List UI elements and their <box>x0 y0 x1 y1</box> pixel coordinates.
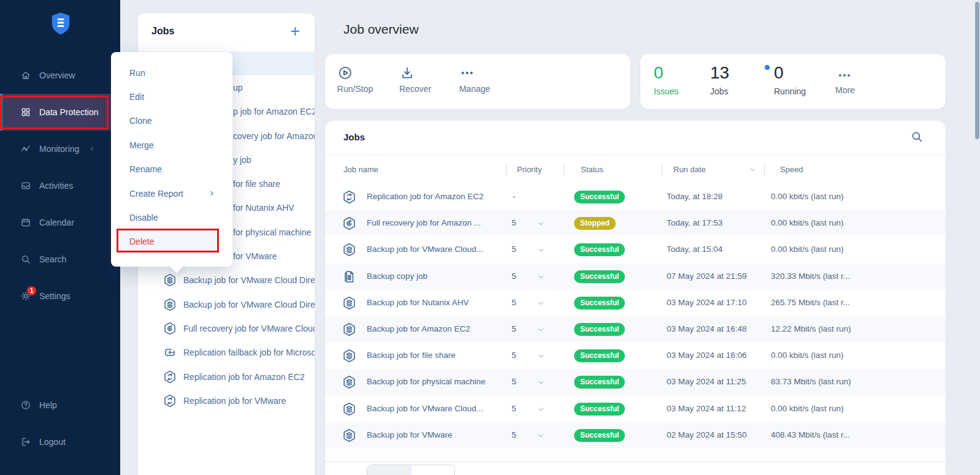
sidebar-item-label: Settings <box>39 291 71 301</box>
gear-icon: 1 <box>20 291 31 302</box>
context-menu-item[interactable]: Create Report <box>111 181 232 205</box>
speed-value: 0.00 kbit/s (last run) <box>771 404 844 413</box>
job-name: Backup job for Amazon EC2 <box>367 324 470 333</box>
job-list-item-label: Backup job for VMware Cloud Direc <box>183 300 315 310</box>
sidebar-item[interactable]: Activities <box>0 167 120 204</box>
context-menu-item[interactable]: Clone <box>111 109 232 133</box>
chevron-right-icon <box>207 189 216 198</box>
job-list-item[interactable]: Replication job for Amazon EC2 <box>138 365 315 389</box>
run-date: 03 May 2024 at 11:12 <box>667 404 746 413</box>
status-badge: Successful <box>574 323 625 336</box>
job-list-item[interactable]: Backup job for VMware Cloud Direc <box>138 268 315 292</box>
table-row[interactable]: Replication job for Amazon EC2 - Success… <box>325 184 946 210</box>
priority-chevron-down-icon[interactable] <box>536 405 546 414</box>
stat-jobs[interactable]: 13 Jobs <box>710 64 729 96</box>
sidebar-item[interactable]: 1 Settings <box>0 278 120 314</box>
run-stop-button[interactable]: Run/Stop <box>337 65 373 94</box>
sidebar-item-label: Monitoring <box>39 144 79 154</box>
priority-chevron-down-icon[interactable] <box>536 325 546 335</box>
col-speed[interactable]: Speed <box>780 165 803 174</box>
recovery-icon <box>342 216 357 231</box>
sidebar-item[interactable]: Logout <box>0 424 120 460</box>
issues-count: 0 <box>654 64 678 83</box>
context-menu-item[interactable]: Merge <box>111 133 232 157</box>
sort-chevron-down-icon[interactable] <box>748 165 757 174</box>
table-row[interactable]: Backup job for VMware 5 Successful 02 Ma… <box>325 422 946 449</box>
sidebar-item[interactable]: Data Protection <box>0 94 120 131</box>
help-icon <box>20 400 31 411</box>
col-status[interactable]: Status <box>581 165 603 174</box>
job-list-item-label: y job <box>233 155 251 165</box>
pagination-control[interactable] <box>367 465 455 475</box>
priority-chevron-down-icon[interactable] <box>536 219 546 229</box>
job-list-item-label: for VMware <box>233 251 277 261</box>
jobs-table-header: Jobs <box>325 121 946 154</box>
status-badge: Successful <box>574 270 625 283</box>
backup-icon <box>342 401 357 417</box>
replication-icon <box>163 370 177 384</box>
sidebar-item[interactable]: Help <box>0 387 120 424</box>
col-run-date[interactable]: Run date <box>673 165 706 174</box>
table-row[interactable]: Backup job for Amazon EC2 5 Successful 0… <box>325 316 946 343</box>
sidebar-item-label: Overview <box>39 70 75 80</box>
context-menu-item[interactable]: Run <box>111 61 232 85</box>
sidebar-item[interactable]: Search <box>0 241 120 278</box>
context-menu-item[interactable]: Delete <box>111 230 232 254</box>
play-circle-icon <box>337 65 373 81</box>
inbox-icon <box>20 180 31 191</box>
table-row[interactable]: Backup job for physical machine 5 Succes… <box>325 369 946 395</box>
priority-chevron-down-icon[interactable] <box>536 351 546 361</box>
backup-icon <box>342 242 357 257</box>
speed-value: 83.73 Mbit/s (last run) <box>771 377 851 386</box>
priority-chevron-down-icon[interactable] <box>536 378 546 387</box>
job-list-item[interactable]: Replication job for VMware <box>138 389 315 412</box>
job-name: Backup job for VMware Cloud... <box>367 404 483 413</box>
speed-value: 265.75 Mbit/s (last r... <box>771 298 850 307</box>
table-row[interactable]: Backup job for Nutanix AHV 5 Successful … <box>325 290 946 316</box>
job-name: Backup copy job <box>367 272 427 281</box>
search-icon[interactable] <box>910 130 924 143</box>
table-row[interactable]: Backup copy job 5 Successful 07 May 2024… <box>325 264 946 290</box>
recover-button[interactable]: Recover <box>399 65 431 94</box>
copy-icon <box>342 269 357 284</box>
sidebar-item[interactable]: Monitoring <box>0 131 120 167</box>
jobs-table-card: Jobs Job name Priority Status Run date S… <box>325 121 946 475</box>
job-name: Backup job for VMware <box>367 430 453 439</box>
job-name: Backup job for file share <box>367 351 456 360</box>
priority-value: 5 <box>507 245 521 254</box>
job-list-item[interactable]: Full recovery job for VMware Cloud <box>138 316 315 340</box>
table-row[interactable]: Backup job for VMware Cloud... 5 Success… <box>325 396 946 422</box>
manage-button[interactable]: Manage <box>459 65 491 94</box>
sidebar-item[interactable]: Calendar <box>0 204 120 241</box>
priority-chevron-down-icon[interactable] <box>536 245 546 255</box>
job-list-item[interactable]: Replication failback job for Microsof <box>138 341 315 365</box>
priority-chevron-down-icon[interactable] <box>536 298 546 308</box>
job-list-item[interactable]: Backup job for VMware Cloud Direc <box>138 292 315 316</box>
add-job-button[interactable]: + <box>290 23 300 40</box>
backup-icon <box>163 273 177 287</box>
priority-value: 5 <box>507 218 521 227</box>
status-badge: Successful <box>574 429 625 442</box>
vertical-scrollbar[interactable] <box>975 2 979 139</box>
speed-value: 320.33 Mbit/s (last r... <box>771 272 850 281</box>
job-list-item-label: up <box>233 83 243 93</box>
sidebar-item[interactable]: Overview <box>0 57 120 94</box>
priority-value: 5 <box>507 351 521 360</box>
context-menu-item[interactable]: Edit <box>111 85 232 108</box>
priority-value: - <box>507 192 521 201</box>
col-job-name[interactable]: Job name <box>343 165 378 174</box>
priority-value: 5 <box>507 324 521 333</box>
context-menu-item-label: Rename <box>129 164 162 174</box>
col-priority[interactable]: Priority <box>517 165 542 174</box>
context-menu-item-label: Run <box>129 68 145 78</box>
table-row[interactable]: Full recovery job for Amazon ... 5 Stopp… <box>325 210 946 237</box>
context-menu-item[interactable]: Rename <box>111 158 232 181</box>
stat-more[interactable]: More <box>835 64 855 95</box>
table-row[interactable]: Backup job for VMware Cloud... 5 Success… <box>325 237 946 263</box>
stat-issues[interactable]: 0 Issues <box>654 64 678 96</box>
table-row[interactable]: Backup job for file share 5 Successful 0… <box>325 343 946 369</box>
priority-chevron-down-icon[interactable] <box>536 272 546 282</box>
priority-chevron-down-icon[interactable] <box>536 431 546 441</box>
stat-running[interactable]: 0 Running <box>765 64 806 96</box>
context-menu-item[interactable]: Disable <box>111 205 232 229</box>
